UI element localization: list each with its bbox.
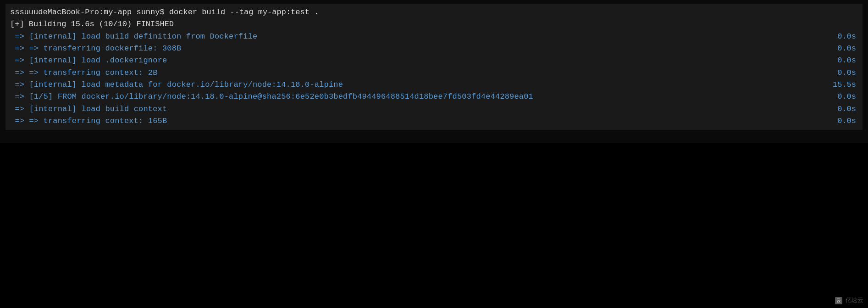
build-line-7-time: 0.0s [830,115,858,127]
build-line-6-time: 0.0s [830,103,858,115]
build-line-1: => => transferring dockerfile: 308B 0.0s [10,43,858,55]
build-line-2: => [internal] load .dockerignore 0.0s [10,55,858,67]
build-line-3-time: 0.0s [830,67,858,79]
build-line-7-text: => => transferring context: 165B [10,115,167,127]
build-line-5: => [1/5] FROM docker.io/library/node:14.… [10,91,858,103]
bottom-area [0,143,868,308]
build-line-6: => [internal] load build context 0.0s [10,103,858,115]
prompt-line: sssuuudeMacBook-Pro:my-app sunny$ docker… [10,6,858,18]
build-status-text: [+] Building 15.6s (10/10) FINISHED [10,18,174,30]
build-line-4-time: 15.5s [830,79,858,91]
build-line-0: => [internal] load build definition from… [10,31,858,43]
build-line-7: => => transferring context: 165B 0.0s [10,115,858,127]
build-line-6-text: => [internal] load build context [10,103,167,115]
build-status-line: [+] Building 15.6s (10/10) FINISHED [10,18,858,30]
watermark-text: 亿速云 [846,297,863,303]
build-line-0-text: => [internal] load build definition from… [10,31,257,43]
build-line-4: => [internal] load metadata for docker.i… [10,79,858,91]
build-line-5-time: 0.0s [830,91,858,103]
build-line-0-time: 0.0s [830,31,858,43]
terminal-content: sssuuudeMacBook-Pro:my-app sunny$ docker… [6,4,862,130]
watermark: 云 亿速云 [835,296,863,304]
watermark-icon: 云 [835,297,842,304]
terminal-window: sssuuudeMacBook-Pro:my-app sunny$ docker… [0,0,868,308]
build-line-2-time: 0.0s [830,55,858,67]
build-line-4-text: => [internal] load metadata for docker.i… [10,79,343,91]
build-line-1-time: 0.0s [830,43,858,55]
build-line-3: => => transferring context: 2B 0.0s [10,67,858,79]
build-line-1-text: => => transferring dockerfile: 308B [10,43,181,55]
build-line-5-text: => [1/5] FROM docker.io/library/node:14.… [10,91,533,103]
build-line-3-text: => => transferring context: 2B [10,67,158,79]
build-line-2-text: => [internal] load .dockerignore [10,55,167,67]
prompt-text: sssuuudeMacBook-Pro:my-app sunny$ docker… [10,6,319,18]
